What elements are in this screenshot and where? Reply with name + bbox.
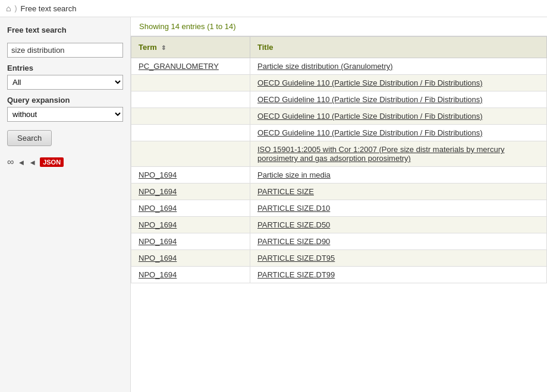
results-table: Term ⇕ Title PC_GRANULOMETRYParticle siz… (131, 36, 547, 283)
table-row: NPO_1694PARTICLE SIZE.DT99 (131, 267, 547, 283)
title-link[interactable]: ISO 15901-1:2005 with Cor 1:2007 (Pore s… (257, 145, 504, 163)
term-cell: PC_GRANULOMETRY (131, 58, 250, 75)
term-link[interactable]: NPO_1694 (139, 187, 177, 196)
table-row: OECD Guideline 110 (Particle Size Distri… (131, 125, 547, 141)
title-link[interactable]: Particle size distribution (Granulometry… (257, 62, 393, 71)
title-link[interactable]: PARTICLE SIZE.DT95 (257, 254, 335, 263)
title-link[interactable]: OECD Guideline 110 (Particle Size Distri… (257, 95, 483, 104)
title-cell: Particle size in media (250, 167, 547, 184)
term-cell (131, 125, 250, 141)
app-wrapper: ⌂ ) Free text search Free text search En… (0, 0, 547, 392)
title-link[interactable]: OECD Guideline 110 (Particle Size Distri… (257, 128, 483, 137)
sidebar-title: Free text search (7, 26, 123, 34)
term-cell: NPO_1694 (131, 233, 250, 250)
content-panel: Showing 14 entries (1 to 14) Term ⇕ Titl… (131, 17, 547, 392)
title-cell: PARTICLE SIZE.D50 (250, 217, 547, 233)
share-icon-2[interactable]: ◄ (29, 158, 36, 167)
term-cell (131, 141, 250, 167)
table-row: NPO_1694Particle size in media (131, 167, 547, 184)
main-area: Free text search Entries All 10 25 50 10… (0, 17, 547, 392)
results-summary: Showing 14 entries (1 to 14) (131, 17, 547, 36)
json-badge[interactable]: JSON (40, 157, 64, 167)
share-icon-1[interactable]: ◄ (17, 158, 25, 167)
search-button[interactable]: Search (7, 130, 52, 146)
sidebar-icons: ∞ ◄ ◄ JSON (7, 157, 123, 167)
search-input[interactable] (7, 43, 123, 58)
col-header-term[interactable]: Term ⇕ (131, 37, 250, 58)
title-cell: PARTICLE SIZE.DT95 (250, 250, 547, 267)
title-link[interactable]: OECD Guideline 110 (Particle Size Distri… (257, 78, 483, 87)
term-cell: NPO_1694 (131, 217, 250, 233)
term-cell: NPO_1694 (131, 250, 250, 267)
sort-arrows-term[interactable]: ⇕ (161, 45, 166, 51)
title-cell: OECD Guideline 110 (Particle Size Distri… (250, 75, 547, 91)
table-row: PC_GRANULOMETRYParticle size distributio… (131, 58, 547, 75)
link-icon[interactable]: ∞ (7, 157, 14, 167)
query-expansion-label: Query expansion (7, 96, 123, 105)
title-cell: PARTICLE SIZE (250, 184, 547, 200)
table-row: NPO_1694PARTICLE SIZE (131, 184, 547, 200)
table-row: OECD Guideline 110 (Particle Size Distri… (131, 91, 547, 108)
title-cell: Particle size distribution (Granulometry… (250, 58, 547, 75)
title-cell: OECD Guideline 110 (Particle Size Distri… (250, 125, 547, 141)
term-cell: NPO_1694 (131, 267, 250, 283)
term-link[interactable]: NPO_1694 (139, 270, 177, 279)
term-cell (131, 108, 250, 125)
table-row: NPO_1694PARTICLE SIZE.D50 (131, 217, 547, 233)
title-link[interactable]: PARTICLE SIZE.DT99 (257, 270, 335, 279)
title-link[interactable]: PARTICLE SIZE.D90 (257, 237, 330, 246)
term-cell (131, 75, 250, 91)
entries-select[interactable]: All 10 25 50 100 (7, 75, 123, 90)
table-row: NPO_1694PARTICLE SIZE.D10 (131, 200, 547, 217)
term-link[interactable]: NPO_1694 (139, 204, 177, 213)
table-row: OECD Guideline 110 (Particle Size Distri… (131, 108, 547, 125)
term-link[interactable]: PC_GRANULOMETRY (139, 62, 219, 71)
breadcrumb-search-link[interactable]: Free text search (20, 4, 76, 13)
title-link[interactable]: PARTICLE SIZE.D10 (257, 204, 330, 213)
table-row: ISO 15901-1:2005 with Cor 1:2007 (Pore s… (131, 141, 547, 167)
term-cell (131, 91, 250, 108)
term-link[interactable]: NPO_1694 (139, 237, 177, 246)
table-row: OECD Guideline 110 (Particle Size Distri… (131, 75, 547, 91)
title-cell: PARTICLE SIZE.D90 (250, 233, 547, 250)
title-cell: PARTICLE SIZE.DT99 (250, 267, 547, 283)
term-link[interactable]: NPO_1694 (139, 220, 177, 229)
top-bar: ⌂ ) Free text search (0, 0, 547, 17)
table-row: NPO_1694PARTICLE SIZE.DT95 (131, 250, 547, 267)
term-cell: NPO_1694 (131, 184, 250, 200)
home-icon: ⌂ (6, 4, 11, 13)
title-link[interactable]: PARTICLE SIZE (257, 187, 314, 196)
table-row: NPO_1694PARTICLE SIZE.D90 (131, 233, 547, 250)
term-link[interactable]: NPO_1694 (139, 170, 177, 179)
title-link[interactable]: OECD Guideline 110 (Particle Size Distri… (257, 112, 483, 121)
breadcrumb-sep: ) (14, 4, 17, 12)
entries-label: Entries (7, 64, 123, 72)
col-header-title: Title (250, 37, 547, 58)
title-cell: PARTICLE SIZE.D10 (250, 200, 547, 217)
title-link[interactable]: PARTICLE SIZE.D50 (257, 220, 330, 229)
title-link[interactable]: Particle size in media (257, 170, 331, 179)
term-cell: NPO_1694 (131, 167, 250, 184)
term-cell: NPO_1694 (131, 200, 250, 217)
sidebar: Free text search Entries All 10 25 50 10… (0, 17, 131, 392)
title-cell: OECD Guideline 110 (Particle Size Distri… (250, 91, 547, 108)
term-link[interactable]: NPO_1694 (139, 254, 177, 263)
title-cell: ISO 15901-1:2005 with Cor 1:2007 (Pore s… (250, 141, 547, 167)
title-cell: OECD Guideline 110 (Particle Size Distri… (250, 108, 547, 125)
query-expansion-select[interactable]: without with (7, 107, 123, 122)
